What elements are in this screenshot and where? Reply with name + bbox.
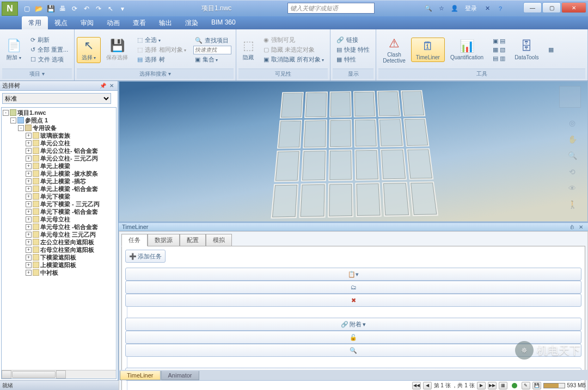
find-attached-button[interactable]: 🔍 (125, 344, 581, 357)
tree-row[interactable]: +单元下横梁 - 三元乙丙 (3, 200, 115, 208)
attach-button[interactable]: 🔗附着▾ (125, 318, 581, 331)
expand-icon[interactable]: - (10, 117, 16, 123)
prev-sheet-button[interactable]: ◀◀ (412, 382, 421, 389)
new-icon[interactable]: ▢ (22, 4, 32, 14)
print-icon[interactable]: 🖶 (58, 4, 68, 14)
close-button[interactable]: ✕ (561, 2, 586, 13)
timeliner-button[interactable]: 🗓TimeLiner (411, 38, 445, 62)
tree-row[interactable]: +单元上横梁 -披水胶条 (3, 170, 115, 177)
quick-props-button[interactable]: ▤快捷 特性 (335, 45, 371, 54)
expand-icon[interactable]: + (26, 209, 32, 215)
expand-icon[interactable]: + (26, 148, 32, 154)
tree-row[interactable]: +单元上横梁 -插芯 (3, 177, 115, 185)
panel-close-icon[interactable]: ✕ (577, 223, 585, 231)
tree-row[interactable]: +玻璃嵌套族 (3, 132, 115, 139)
redo-icon[interactable]: ↷ (94, 4, 103, 14)
expand-icon[interactable]: + (26, 171, 32, 177)
expand-icon[interactable]: + (26, 247, 32, 253)
next-button[interactable]: ▶ (477, 382, 486, 389)
tool-c-button[interactable]: ▤ ▥ (491, 54, 507, 63)
tree-mode-combo[interactable]: 标准 (2, 93, 115, 104)
quantification-button[interactable]: 📊Quantification (446, 38, 488, 61)
insert-task-button[interactable]: 📋▾ (125, 268, 581, 281)
expand-icon[interactable]: + (26, 140, 32, 146)
tl-tab-配置[interactable]: 配置 (180, 234, 206, 246)
tl-tab-任务[interactable]: 任务 (121, 234, 148, 246)
expand-icon[interactable]: + (26, 163, 32, 169)
tree-row[interactable]: +单元下横梁 -铝合金套 (3, 208, 115, 215)
navigation-bar[interactable]: ◎ ✋ 🔍 ⟲ 👁 🚶 (565, 113, 581, 222)
disk-icon[interactable]: 💾 (532, 382, 541, 389)
add-task-button[interactable]: ➕添加任务 (125, 250, 166, 263)
menu-tab-动画[interactable]: 动画 (100, 16, 126, 29)
bottom-tab-TimeLiner[interactable]: TimeLiner (120, 371, 161, 380)
menu-tab-输出[interactable]: 输出 (152, 16, 179, 29)
expand-icon[interactable]: + (26, 156, 32, 162)
menu-tab-渲染[interactable]: 渲染 (179, 16, 205, 29)
select-button[interactable]: ↖ 选择 (77, 37, 101, 63)
3d-viewport[interactable]: ◎ ✋ 🔍 ⟲ 👁 🚶 (119, 81, 588, 222)
menu-tab-常用[interactable]: 常用 (22, 16, 48, 29)
quick-find-input[interactable] (193, 46, 231, 54)
view-cube[interactable] (559, 86, 581, 108)
help-search-input[interactable]: 键入关键字或短语 (287, 3, 375, 14)
menu-tab-BIM 360[interactable]: BIM 360 (205, 16, 242, 29)
find-items-button[interactable]: 🔍查找项目 (193, 36, 230, 45)
links-button[interactable]: 🔗链接 (335, 35, 360, 45)
search-icon[interactable]: 🔍 (422, 3, 434, 15)
expand-icon[interactable]: + (26, 262, 32, 268)
user-icon[interactable]: 👤 (449, 3, 461, 15)
tree-row[interactable]: +单元公立柱- 铝合金套 (3, 147, 115, 154)
panel-header[interactable]: TimeLiner ⫛ ✕ (119, 223, 588, 231)
file-options-button[interactable]: ☐文件 选项 (29, 55, 65, 64)
auto-add-button[interactable]: 🗂 (125, 281, 581, 294)
unhide-all-button[interactable]: ▣取消隐藏 所有对象 (262, 55, 326, 64)
look-icon[interactable]: 👁 (566, 182, 579, 195)
tree-row[interactable]: +单元公立柱 (3, 139, 115, 147)
tree-row[interactable]: +中衬板 (3, 269, 115, 276)
exchange-icon[interactable]: ✕ (481, 3, 493, 15)
star-icon[interactable]: ☆ (436, 3, 448, 15)
tree-row[interactable]: -参照点 1 (3, 116, 115, 124)
tree-row[interactable]: +上横梁遮阳板 (3, 261, 115, 269)
refresh-button[interactable]: ⟳刷新 (29, 35, 51, 45)
clear-attach-button[interactable]: 🔓 (125, 331, 581, 344)
select-tree-button[interactable]: ▤选择 树 (136, 55, 166, 64)
minimize-button[interactable]: — (523, 2, 542, 13)
menu-tab-查看[interactable]: 查看 (126, 16, 152, 29)
walk-icon[interactable]: 🚶 (566, 198, 579, 211)
reset-all-button[interactable]: ↺全部 重置... (29, 45, 70, 54)
datatools-button[interactable]: 🗄DataTools (510, 38, 543, 61)
pointer-icon[interactable]: ↖ (106, 4, 115, 14)
expand-icon[interactable]: + (26, 224, 32, 230)
tree-row[interactable]: +单元公立柱- 三元乙丙 (3, 154, 115, 162)
help-icon[interactable]: ? (494, 3, 506, 15)
save-icon[interactable]: 💾 (46, 4, 56, 14)
append-button[interactable]: 📄 附加 (2, 38, 26, 63)
select-all-button[interactable]: ⬚全选 (136, 35, 162, 45)
zoom-icon[interactable]: 🔍 (566, 149, 579, 162)
undo-icon[interactable]: ↶ (82, 4, 91, 14)
tool-small-button[interactable]: ▦ (547, 46, 555, 54)
maximize-button[interactable]: ▢ (542, 2, 561, 13)
tl-tab-数据源[interactable]: 数据源 (148, 234, 180, 246)
orbit-icon[interactable]: ⟲ (566, 165, 579, 178)
expand-icon[interactable]: - (18, 125, 24, 131)
menu-tab-审阅[interactable]: 审阅 (74, 16, 100, 29)
expand-icon[interactable]: + (26, 201, 32, 207)
tree-row[interactable]: +右母立柱竖向遮阳板 (3, 246, 115, 253)
properties-button[interactable]: ▦特性 (335, 55, 358, 64)
tree-row[interactable]: +单元上横梁 (3, 162, 115, 170)
tree-row[interactable]: +单元上横梁 -铝合金套 (3, 185, 115, 193)
open-icon[interactable]: 📂 (34, 4, 44, 14)
panel-close-icon[interactable]: ✕ (108, 82, 115, 90)
prev-button[interactable]: ◀ (423, 382, 432, 389)
pan-icon[interactable]: ✋ (566, 133, 579, 146)
panel-header[interactable]: 选择树 📌 ✕ (0, 81, 118, 91)
tree-row[interactable]: +单元母立柱 -铝合金套 (3, 223, 115, 231)
expand-icon[interactable]: + (26, 232, 32, 238)
tree-row[interactable]: +单元母立柱 三元乙丙 (3, 231, 115, 238)
menu-tab-视点[interactable]: 视点 (48, 16, 74, 29)
group-label[interactable]: 项目 ▾ (2, 69, 72, 79)
tree-row[interactable]: +单元母立柱 (3, 215, 115, 223)
